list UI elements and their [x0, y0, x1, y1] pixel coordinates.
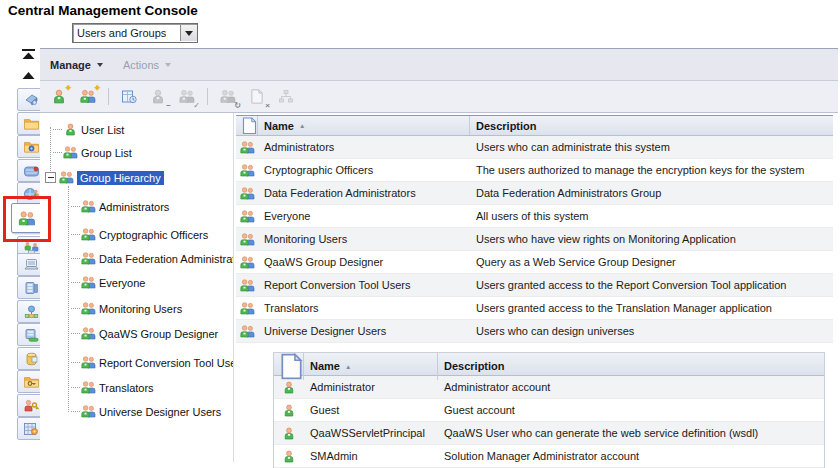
cell-name: Report Conversion Tool Users [258, 279, 470, 291]
tree-connector [71, 234, 80, 236]
tree-item-label: QaaWS Group Designer [99, 328, 218, 340]
cell-name: QaaWS Group Designer [258, 256, 470, 268]
tree-item-group-list[interactable]: Group List [53, 144, 132, 161]
area-dropdown[interactable]: Users and Groups [72, 23, 198, 43]
table-row[interactable]: QaaWS Group Designer Query as a Web Serv… [236, 251, 833, 274]
sort-asc-icon: ▲ [345, 363, 351, 370]
tree-item-data-federation-administrators[interactable]: Data Federation Administrators [71, 250, 234, 267]
minus-badge-icon: − [166, 101, 171, 110]
actions-menu-label: Actions [123, 59, 159, 71]
page-title: Central Management Console [8, 3, 198, 18]
tree-item-monitoring-users[interactable]: Monitoring Users [71, 300, 182, 317]
refresh-badge-icon: ↻ [234, 101, 241, 110]
table-header: Name▲ Description [236, 115, 833, 136]
tree-item-label: Data Federation Administrators [99, 253, 234, 265]
schedule-grid-icon[interactable] [118, 87, 140, 107]
tree-item-user-list[interactable]: User List [53, 121, 124, 138]
tree-item-label: Translators [99, 382, 154, 394]
new-user-icon[interactable]: ✦ [48, 87, 70, 107]
group-icon [236, 325, 258, 338]
cell-description: Users who have view rights on Monitoring… [470, 233, 833, 245]
tree-item-label: Everyone [99, 277, 145, 289]
table-row[interactable]: SMAdmin Solution Manager Administrator a… [274, 445, 824, 468]
group-icon [81, 405, 96, 418]
group-icon [81, 276, 96, 289]
collapse-icon[interactable] [17, 68, 39, 82]
user-icon [274, 404, 304, 417]
type-column-header[interactable] [274, 353, 304, 380]
cell-description: Guest account [438, 404, 824, 416]
tree-item-cryptographic-officers[interactable]: Cryptographic Officers [71, 226, 208, 243]
description-column-header[interactable]: Description [438, 353, 824, 380]
tree-connector [71, 308, 80, 310]
x-badge-icon: × [265, 101, 270, 110]
name-column-header[interactable]: Name▲ [258, 116, 470, 135]
tree-item-label: Report Conversion Tool Users [99, 357, 234, 369]
tree-item-label: Universe Designer Users [99, 406, 221, 418]
group-icon [236, 233, 258, 246]
dropdown-button[interactable] [180, 25, 197, 41]
tree-connector [71, 206, 80, 208]
groups-table: Name▲ Description Administrators Users w… [236, 115, 833, 343]
table-row[interactable]: Report Conversion Tool Users Users grant… [236, 274, 833, 297]
table-row[interactable]: Translators Users granted access to the … [236, 297, 833, 320]
cell-name: Data Federation Administrators [258, 187, 470, 199]
remove-user-icon[interactable]: − [147, 87, 169, 107]
toolbar-separator [207, 88, 208, 105]
name-column-header[interactable]: Name▲ [304, 353, 438, 380]
cell-description: Query as a Web Service Group Designer [470, 256, 833, 268]
tree-item-qaaws-group-designer[interactable]: QaaWS Group Designer [71, 325, 218, 342]
group-icon [59, 171, 74, 184]
group-icon [81, 228, 96, 241]
group-icon [63, 146, 78, 159]
group-icon [81, 381, 96, 394]
collapse-node-icon[interactable] [45, 172, 56, 183]
actions-menu[interactable]: Actions [113, 49, 181, 80]
table-row[interactable]: Cryptographic Officers The users authori… [236, 159, 833, 182]
table-row[interactable]: Universe Designer Users Users who can de… [236, 320, 833, 343]
cell-description: The users authorized to manage the encry… [470, 164, 833, 176]
type-column-header[interactable] [236, 116, 258, 135]
refresh-group-icon[interactable]: ↻ [217, 87, 239, 107]
tree-item-administrators[interactable]: Administrators [71, 198, 169, 215]
group-icon [81, 200, 96, 213]
tree-item-universe-designer-users[interactable]: Universe Designer Users [71, 403, 221, 420]
add-member-icon[interactable]: ✓ [176, 87, 198, 107]
cell-name: Monitoring Users [258, 233, 470, 245]
tree-item-label: Group Hierarchy [77, 171, 164, 185]
description-column-header[interactable]: Description [470, 116, 833, 135]
table-row[interactable]: Everyone All users of this system [236, 205, 833, 228]
manage-menu-label: Manage [50, 59, 91, 71]
cell-description: QaaWS User who can generate the web serv… [438, 427, 824, 439]
table-row[interactable]: Monitoring Users Users who have view rig… [236, 228, 833, 251]
document-icon [280, 353, 303, 380]
manage-menu[interactable]: Manage [40, 49, 113, 80]
tree-connector [71, 333, 80, 335]
group-icon [236, 279, 258, 292]
user-icon [274, 381, 304, 394]
group-icon [81, 302, 96, 315]
table-row[interactable]: Guest Guest account [274, 399, 824, 422]
table-row[interactable]: QaaWSServletPrincipal QaaWS User who can… [274, 422, 824, 445]
collapse-all-icon[interactable] [17, 47, 39, 61]
tree-item-everyone[interactable]: Everyone [71, 274, 145, 291]
tree-item-translators[interactable]: Translators [71, 379, 154, 396]
delete-document-icon[interactable]: × [246, 87, 268, 107]
tree-item-label: Monitoring Users [99, 303, 182, 315]
chevron-down-icon [185, 31, 193, 36]
group-icon [236, 302, 258, 315]
tree-item-label: Cryptographic Officers [99, 229, 208, 241]
group-icon [236, 210, 258, 223]
toolbar-separator [108, 88, 109, 105]
star-badge-icon: ✦ [93, 83, 101, 93]
tree-item-report-conversion-tool-users[interactable]: Report Conversion Tool Users [71, 354, 234, 371]
member-hierarchy-icon[interactable] [275, 87, 297, 107]
cell-name: Universe Designer Users [258, 325, 470, 337]
table-row[interactable]: Data Federation Administrators Data Fede… [236, 182, 833, 205]
table-row[interactable]: Administrators Users who can administrat… [236, 136, 833, 159]
tree-item-group-hierarchy[interactable]: Group Hierarchy [45, 169, 164, 186]
cell-description: Solution Manager Administrator account [438, 450, 824, 462]
cell-name: SMAdmin [304, 450, 438, 462]
cell-name: Cryptographic Officers [258, 164, 470, 176]
new-group-icon[interactable]: ✦ [77, 87, 99, 107]
